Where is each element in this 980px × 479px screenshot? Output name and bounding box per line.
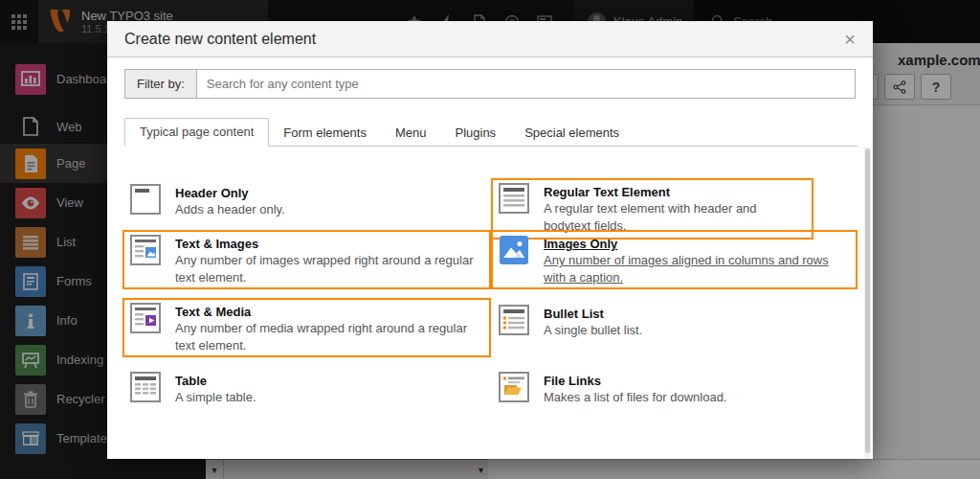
ce-description: Any number of media wrapped right around… <box>175 320 483 354</box>
tab-special-elements[interactable]: Special elements <box>510 120 634 147</box>
ce-title: Text & Media <box>175 304 483 320</box>
filter-group: Filter by: <box>124 69 856 99</box>
ce-description: Adds a header only. <box>175 201 285 218</box>
tab-bar: Typical page content Form elements Menu … <box>124 121 858 147</box>
modal-header: Create new content element × <box>107 21 873 57</box>
tab-typical-page-content[interactable]: Typical page content <box>124 118 269 147</box>
content-element-list: Header Only Adds a header only. Regular … <box>107 147 873 459</box>
ce-description: A single bullet list. <box>544 322 642 339</box>
filter-label: Filter by: <box>124 69 196 99</box>
tab-form-elements[interactable]: Form elements <box>269 120 381 147</box>
ce-title: Header Only <box>175 185 285 201</box>
regular-text-icon <box>499 183 529 214</box>
modal-title: Create new content element <box>124 31 316 48</box>
ce-title: Bullet List <box>544 306 642 322</box>
images-only-icon <box>499 235 529 265</box>
ce-item-header-only[interactable]: Header Only Adds a header only. <box>122 179 491 223</box>
ce-item-text-media[interactable]: Text & Media Any number of media wrapped… <box>122 298 491 357</box>
ce-title: Images Only <box>544 236 850 252</box>
header-only-icon <box>130 184 161 215</box>
ce-title: Table <box>175 373 256 389</box>
ce-item-bullet-list[interactable]: Bullet List A single bullet list. <box>491 300 858 344</box>
text-images-icon <box>130 235 161 265</box>
ce-description: A simple table. <box>175 389 256 406</box>
new-content-element-modal: Create new content element × Filter by: … <box>107 21 873 459</box>
close-icon[interactable]: × <box>836 26 863 53</box>
text-media-icon <box>130 303 161 333</box>
ce-title: Text & Images <box>175 236 483 252</box>
file-links-icon <box>499 372 529 402</box>
modal-scrollbar[interactable] <box>864 147 871 459</box>
bullet-list-icon <box>499 305 529 335</box>
ce-description: Any number of images wrapped right aroun… <box>175 252 483 286</box>
ce-item-table[interactable]: Table A simple table. <box>122 367 491 411</box>
ce-description: Makes a list of files for download. <box>544 389 726 406</box>
ce-title: Regular Text Element <box>544 184 806 200</box>
ce-item-file-links[interactable]: File Links Makes a list of files for dow… <box>491 367 858 411</box>
scrollbar-thumb[interactable] <box>865 148 870 453</box>
search-input[interactable] <box>196 69 856 99</box>
ce-description: Any number of images aligned in columns … <box>544 252 850 286</box>
table-icon <box>130 372 161 402</box>
ce-item-text-images[interactable]: Text & Images Any number of images wrapp… <box>122 230 491 289</box>
ce-title: File Links <box>544 373 726 389</box>
ce-item-images-only[interactable]: Images Only Any number of images aligned… <box>491 230 858 289</box>
typo3-backend: New TYPO3 site 11.5.1 ? Klaus Admin Sear… <box>0 0 980 479</box>
tab-plugins[interactable]: Plugins <box>440 120 510 147</box>
tab-menu[interactable]: Menu <box>381 120 441 147</box>
